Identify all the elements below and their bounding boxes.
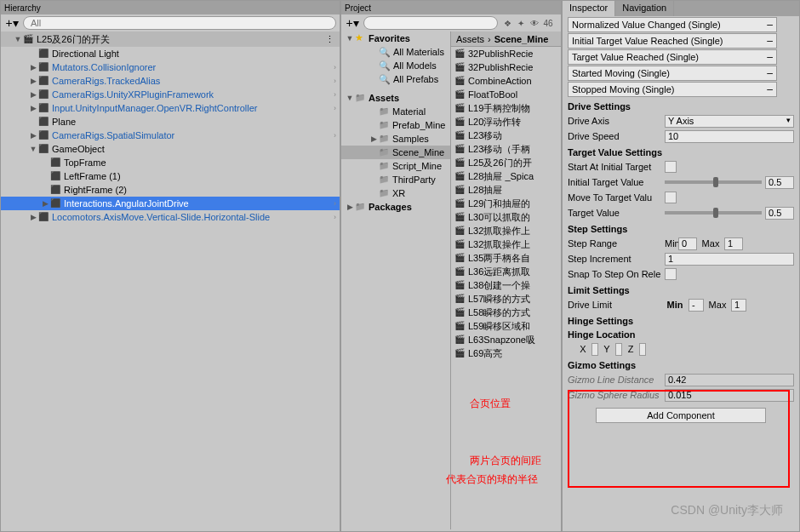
filter-icon[interactable]: ❖ bbox=[501, 19, 513, 28]
foldout-icon[interactable] bbox=[28, 77, 38, 85]
hierarchy-item[interactable]: Locomotors.AxisMove.Vertical-Slide.Horiz… bbox=[1, 210, 340, 224]
foldout-icon[interactable] bbox=[28, 63, 38, 72]
asset-item[interactable]: L38创建一个操 bbox=[451, 278, 561, 292]
asset-item[interactable]: L23移动（手柄 bbox=[451, 142, 561, 156]
chevron-right-icon[interactable]: › bbox=[334, 199, 336, 208]
chevron-right-icon[interactable]: › bbox=[334, 131, 336, 140]
hinge-y-input[interactable] bbox=[615, 343, 622, 356]
foldout-icon[interactable] bbox=[40, 199, 50, 208]
hierarchy-item[interactable]: RightFrame (2) bbox=[1, 183, 340, 197]
asset-item[interactable]: 32PublishRecie bbox=[451, 60, 561, 74]
foldout-icon[interactable] bbox=[28, 131, 38, 140]
chevron-right-icon[interactable]: › bbox=[334, 104, 336, 112]
asset-item[interactable]: L63Snapzone吸 bbox=[451, 333, 561, 346]
foldout-icon[interactable] bbox=[28, 90, 38, 99]
hierarchy-item[interactable]: Plane bbox=[1, 115, 340, 129]
hierarchy-item[interactable]: GameObject bbox=[1, 142, 340, 156]
hinge-z-input[interactable] bbox=[639, 343, 646, 356]
asset-item[interactable]: L59瞬移区域和 bbox=[451, 319, 561, 333]
drive-speed-input[interactable] bbox=[665, 130, 794, 143]
initial-target-input[interactable] bbox=[765, 176, 794, 189]
foldout-icon[interactable] bbox=[369, 134, 379, 143]
breadcrumb[interactable]: Assets › Scene_Mine bbox=[451, 31, 561, 47]
asset-item[interactable]: L28抽屉 _Spica bbox=[451, 169, 561, 183]
step-inc-input[interactable] bbox=[665, 253, 794, 266]
target-value-input[interactable] bbox=[765, 207, 794, 220]
foldout-icon[interactable] bbox=[28, 213, 38, 221]
limit-max-input[interactable] bbox=[731, 299, 746, 312]
asset-item[interactable]: L25及26门的开 bbox=[451, 156, 561, 169]
asset-item[interactable]: L36远距离抓取 bbox=[451, 265, 561, 278]
gizmo-line-input[interactable] bbox=[665, 374, 794, 386]
add-button[interactable]: +▾ bbox=[345, 16, 360, 30]
foldout-icon[interactable] bbox=[28, 145, 38, 153]
asset-item[interactable]: L29门和抽屉的 bbox=[451, 197, 561, 210]
event-foldout[interactable]: Started Moving (Single) bbox=[568, 66, 777, 81]
assets-row[interactable]: Assets bbox=[341, 91, 450, 105]
asset-item[interactable]: 32PublishRecie bbox=[451, 47, 561, 60]
asset-item[interactable]: L58瞬移的方式 bbox=[451, 306, 561, 319]
scene-row[interactable]: L25及26门的开关 ⋮ bbox=[1, 31, 340, 47]
project-search[interactable] bbox=[363, 16, 498, 30]
hierarchy-item[interactable]: Input.UnityInputManager.OpenVR.RightCont… bbox=[1, 101, 340, 115]
drive-axis-dropdown[interactable]: Y Axis bbox=[665, 115, 794, 128]
asset-item[interactable]: L32抓取操作上 bbox=[451, 237, 561, 251]
asset-item[interactable]: L19手柄控制物 bbox=[451, 101, 561, 115]
asset-item[interactable]: L28抽屉 bbox=[451, 183, 561, 197]
hierarchy-item[interactable]: CameraRigs.SpatialSimulator› bbox=[1, 129, 340, 142]
tab-navigation[interactable]: Navigation bbox=[615, 1, 674, 16]
favorite-item[interactable]: 🔍All Materials bbox=[341, 45, 450, 59]
limit-min-input[interactable] bbox=[689, 299, 704, 312]
asset-item[interactable]: L20浮动作转 bbox=[451, 115, 561, 129]
step-min-input[interactable] bbox=[678, 237, 697, 250]
folder-item[interactable]: Script_Mine bbox=[341, 159, 450, 173]
hierarchy-item[interactable]: Directional Light bbox=[1, 47, 340, 60]
move-to-checkbox[interactable] bbox=[665, 192, 677, 203]
folder-item[interactable]: Material bbox=[341, 105, 450, 118]
asset-item[interactable]: FloatToBool bbox=[451, 88, 561, 101]
add-component-button[interactable]: Add Component bbox=[596, 408, 766, 423]
packages-row[interactable]: Packages bbox=[341, 200, 450, 214]
asset-item[interactable]: L57瞬移的方式 bbox=[451, 292, 561, 306]
hierarchy-item[interactable]: CameraRigs.TrackedAlias› bbox=[1, 74, 340, 88]
chevron-right-icon[interactable]: › bbox=[334, 213, 336, 221]
folder-item[interactable]: Scene_Mine bbox=[341, 146, 450, 159]
target-value-slider[interactable] bbox=[665, 211, 762, 215]
hinge-x-input[interactable] bbox=[591, 343, 598, 356]
event-foldout[interactable]: Normalized Value Changed (Single) bbox=[568, 17, 777, 32]
folder-item[interactable]: Prefab_Mine bbox=[341, 118, 450, 132]
chevron-right-icon[interactable]: › bbox=[334, 90, 336, 99]
asset-item[interactable]: CombineAction bbox=[451, 74, 561, 88]
event-foldout[interactable]: Target Value Reached (Single) bbox=[568, 49, 777, 65]
hierarchy-item[interactable]: Interactions.AngularJointDrive› bbox=[1, 197, 340, 210]
chevron-right-icon[interactable]: › bbox=[334, 63, 336, 72]
foldout-icon[interactable] bbox=[345, 34, 355, 43]
asset-item[interactable]: L23移动 bbox=[451, 129, 561, 142]
asset-item[interactable]: L35两手柄各自 bbox=[451, 251, 561, 265]
eye-icon[interactable]: 👁 bbox=[529, 19, 540, 28]
gizmo-sphere-input[interactable] bbox=[665, 389, 794, 402]
folder-item[interactable]: ThirdParty bbox=[341, 173, 450, 186]
pin-icon[interactable]: ✦ bbox=[515, 19, 527, 28]
start-at-checkbox[interactable] bbox=[665, 161, 677, 173]
favorite-item[interactable]: 🔍All Prefabs bbox=[341, 72, 450, 86]
hierarchy-item[interactable]: LeftFrame (1) bbox=[1, 169, 340, 183]
hierarchy-item[interactable]: Mutators.CollisionIgnorer› bbox=[1, 60, 340, 74]
foldout-icon[interactable] bbox=[28, 104, 38, 112]
hierarchy-item[interactable]: CameraRigs.UnityXRPluginFramework› bbox=[1, 88, 340, 101]
add-button[interactable]: +▾ bbox=[4, 16, 20, 30]
folder-item[interactable]: Samples bbox=[341, 132, 450, 146]
snap-checkbox[interactable] bbox=[665, 268, 677, 280]
hierarchy-item[interactable]: TopFrame bbox=[1, 156, 340, 169]
folder-item[interactable]: XR bbox=[341, 186, 450, 200]
foldout-icon[interactable] bbox=[345, 203, 355, 211]
tab-inspector[interactable]: Inspector bbox=[563, 1, 615, 16]
scene-menu-icon[interactable]: ⋮ bbox=[325, 34, 340, 45]
asset-item[interactable]: L30可以抓取的 bbox=[451, 210, 561, 224]
asset-item[interactable]: L69高亮 bbox=[451, 346, 561, 360]
initial-target-slider[interactable] bbox=[665, 180, 762, 184]
favorites-row[interactable]: Favorites bbox=[341, 31, 450, 45]
step-max-input[interactable] bbox=[724, 237, 743, 250]
event-foldout[interactable]: Initial Target Value Reached (Single) bbox=[568, 33, 777, 49]
foldout-icon[interactable] bbox=[13, 35, 23, 43]
